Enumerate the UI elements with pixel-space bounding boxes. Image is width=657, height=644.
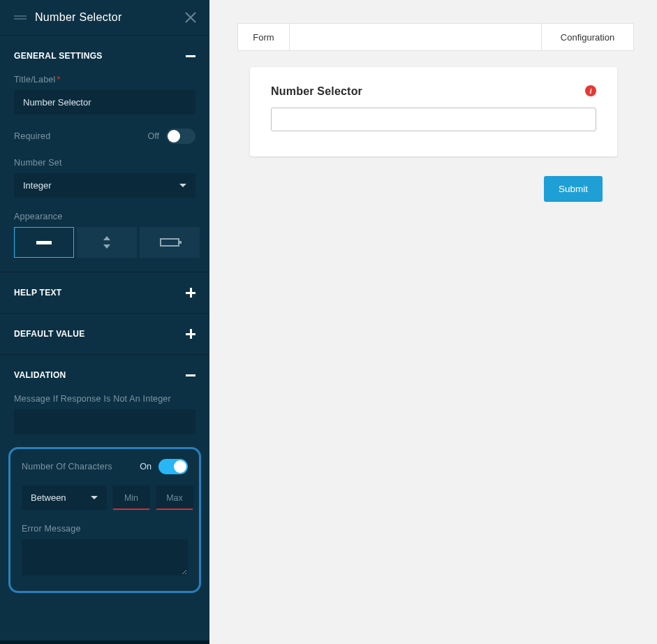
- section-header-help-text[interactable]: HELP TEXT: [14, 272, 195, 298]
- info-icon[interactable]: i: [585, 85, 596, 96]
- appearance-option-stepper[interactable]: [77, 227, 137, 258]
- required-toggle-state: Off: [148, 131, 159, 141]
- drag-handle-icon[interactable]: [14, 15, 27, 20]
- error-msg-input[interactable]: [22, 539, 188, 576]
- section-heading: HELP TEXT: [14, 288, 62, 298]
- range-mode-select[interactable]: Between: [22, 485, 107, 510]
- form-field-card: Number Selector i: [250, 67, 617, 156]
- required-toggle[interactable]: [166, 129, 195, 144]
- section-heading: GENERAL SETTINGS: [14, 51, 103, 61]
- number-set-value: Integer: [23, 180, 51, 191]
- slider-icon: [160, 238, 179, 247]
- expand-icon: [186, 329, 195, 339]
- title-label: Title/Label*: [14, 75, 195, 85]
- number-set-select[interactable]: Integer: [14, 173, 195, 198]
- tab-spacer: [290, 24, 541, 50]
- required-star-icon: *: [57, 75, 60, 85]
- stepper-icon: [103, 235, 110, 250]
- settings-sidebar: Number Selector GENERAL SETTINGS Title/L…: [0, 0, 209, 644]
- form-canvas: Form Configuration Number Selector i Sub…: [209, 0, 657, 644]
- num-characters-highlight: Number Of Characters On Between Error Me…: [8, 447, 201, 593]
- collapse-icon: [186, 370, 195, 380]
- max-input[interactable]: [156, 485, 193, 510]
- range-mode-value: Between: [31, 492, 66, 503]
- tab-configuration[interactable]: Configuration: [541, 24, 633, 50]
- sidebar-title: Number Selector: [35, 11, 176, 24]
- section-header-validation[interactable]: VALIDATION: [14, 355, 195, 380]
- num-chars-toggle-state: On: [140, 462, 152, 471]
- section-heading: VALIDATION: [14, 370, 66, 380]
- section-header-general[interactable]: GENERAL SETTINGS: [14, 36, 195, 61]
- section-help-text: HELP TEXT: [0, 272, 209, 313]
- section-default-value: DEFAULT VALUE: [0, 313, 209, 354]
- section-validation: VALIDATION Message If Response Is Not An…: [0, 354, 209, 607]
- collapse-icon: [186, 51, 195, 61]
- section-general-settings: GENERAL SETTINGS Title/Label* Required O…: [0, 35, 209, 272]
- required-label: Required: [14, 131, 50, 141]
- section-heading: DEFAULT VALUE: [14, 329, 84, 339]
- title-label-text: Title/Label: [14, 75, 55, 85]
- chevron-down-icon: [91, 496, 98, 499]
- number-set-label: Number Set: [14, 158, 195, 168]
- appearance-label: Appearance: [14, 212, 195, 221]
- number-selector-input[interactable]: [271, 108, 596, 131]
- min-input[interactable]: [112, 485, 150, 510]
- not-integer-msg-label: Message If Response Is Not An Integer: [14, 394, 195, 404]
- submit-button[interactable]: Submit: [544, 176, 603, 202]
- tab-bar: Form Configuration: [237, 23, 634, 51]
- num-chars-toggle[interactable]: [158, 459, 188, 474]
- close-icon[interactable]: [184, 11, 197, 24]
- appearance-option-slider[interactable]: [140, 227, 200, 258]
- appearance-group: [14, 227, 195, 258]
- card-title: Number Selector: [271, 85, 362, 98]
- tab-form[interactable]: Form: [238, 24, 290, 50]
- num-chars-label: Number Of Characters: [22, 462, 112, 471]
- sidebar-header: Number Selector: [0, 0, 209, 35]
- error-msg-label: Error Message: [22, 524, 188, 534]
- chevron-down-icon: [179, 184, 186, 187]
- appearance-option-text[interactable]: [14, 227, 74, 258]
- expand-icon: [186, 288, 195, 298]
- title-input[interactable]: [14, 90, 195, 115]
- text-input-icon: [36, 241, 52, 244]
- not-integer-msg-input[interactable]: [14, 409, 195, 434]
- section-header-default-value[interactable]: DEFAULT VALUE: [14, 314, 195, 339]
